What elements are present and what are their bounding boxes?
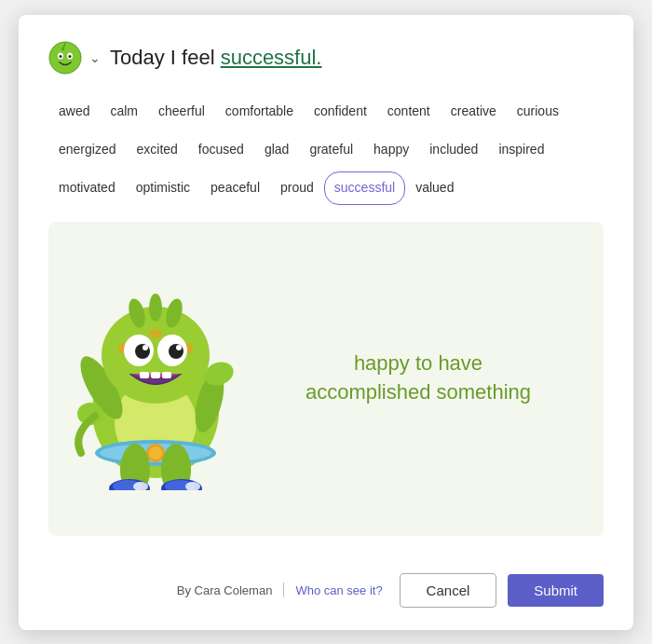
footer-author: By Cara Coleman <box>177 583 273 597</box>
emotion-tag-proud[interactable]: proud <box>270 171 324 204</box>
header-title: Today I feel successful. <box>110 46 321 70</box>
svg-point-27 <box>169 344 183 359</box>
emotion-tag-awed[interactable]: awed <box>48 95 100 128</box>
cancel-button[interactable]: Cancel <box>400 573 497 608</box>
emotion-tag-cheerful[interactable]: cheerful <box>148 95 215 128</box>
emotion-tag-calm[interactable]: calm <box>100 95 148 128</box>
svg-rect-31 <box>151 372 160 378</box>
emotion-tag-successful[interactable]: successful <box>324 171 405 204</box>
footer: By Cara Coleman Who can see it? Cancel S… <box>48 564 604 608</box>
svg-point-4 <box>69 55 72 58</box>
footer-divider <box>283 582 284 597</box>
emotion-tag-energized[interactable]: energized <box>48 133 127 166</box>
emotion-tag-focused[interactable]: focused <box>188 133 254 166</box>
chevron-down-icon[interactable]: ⌄ <box>89 50 101 65</box>
emotion-tag-peaceful[interactable]: peaceful <box>200 171 270 204</box>
emotion-tag-comfortable[interactable]: comfortable <box>215 95 304 128</box>
emotion-tag-motivated[interactable]: motivated <box>48 171 126 204</box>
emotion-tag-excited[interactable]: excited <box>127 133 188 166</box>
emotion-tag-content[interactable]: content <box>377 95 441 128</box>
avatar-icon <box>48 41 82 75</box>
svg-point-28 <box>143 345 148 350</box>
emotion-tag-happy[interactable]: happy <box>363 133 419 166</box>
emotion-tag-grateful[interactable]: grateful <box>299 133 363 166</box>
illustration-box: happy to have accomplished something <box>48 222 604 536</box>
emotion-tag-valued[interactable]: valued <box>405 171 464 204</box>
svg-point-19 <box>149 294 162 322</box>
svg-point-23 <box>149 329 162 338</box>
svg-point-12 <box>149 446 162 459</box>
title-prefix: Today I feel <box>110 46 221 69</box>
svg-point-6 <box>61 48 64 50</box>
illustration-text: happy to have accomplished something <box>253 349 574 407</box>
svg-rect-32 <box>162 372 171 378</box>
emotion-grid: awedcalmcheerfulcomfortableconfidentcont… <box>48 95 604 205</box>
title-selected: successful. <box>221 46 322 69</box>
emotion-tag-confident[interactable]: confident <box>304 95 377 128</box>
svg-point-3 <box>60 55 62 58</box>
emotion-tag-creative[interactable]: creative <box>441 95 507 128</box>
emotion-tag-inspired[interactable]: inspired <box>488 133 554 166</box>
header: ⌄ Today I feel successful. <box>48 41 604 75</box>
svg-point-0 <box>49 42 81 74</box>
submit-button[interactable]: Submit <box>508 574 604 607</box>
svg-point-29 <box>176 345 182 350</box>
footer-meta: By Cara Coleman Who can see it? <box>177 582 383 597</box>
footer-buttons: Cancel Submit <box>400 573 604 608</box>
emotion-tag-included[interactable]: included <box>419 133 488 166</box>
emotion-tag-curious[interactable]: curious <box>507 95 569 128</box>
monster-illustration <box>58 267 253 490</box>
emotion-tag-glad[interactable]: glad <box>254 133 299 166</box>
svg-point-26 <box>135 344 150 359</box>
modal-container: ⌄ Today I feel successful. awedcalmcheer… <box>19 15 633 630</box>
who-can-see-link[interactable]: Who can see it? <box>295 583 382 597</box>
svg-rect-30 <box>140 372 149 378</box>
emotion-tag-optimistic[interactable]: optimistic <box>126 171 200 204</box>
